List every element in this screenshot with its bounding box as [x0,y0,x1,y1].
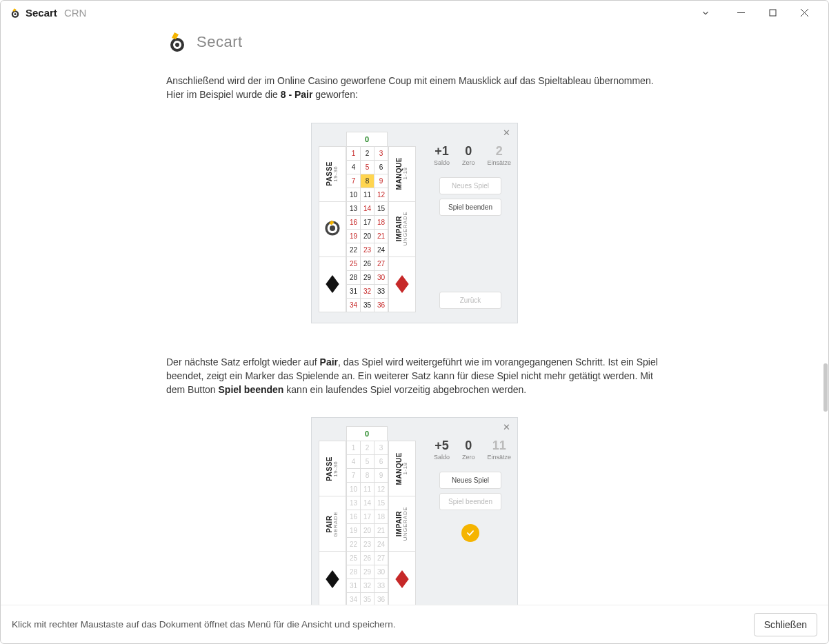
number-cell[interactable]: 8 [361,174,374,188]
number-cell[interactable]: 35 [361,299,374,312]
number-cell[interactable]: 31 [347,579,361,593]
end-game-button[interactable]: Spiel beenden [439,199,501,216]
number-cell[interactable]: 9 [374,469,388,483]
number-cell[interactable]: 29 [361,565,374,579]
number-cell[interactable]: 31 [347,285,361,299]
number-cell[interactable]: 25 [347,257,361,271]
side-label-passe[interactable]: PASSE19-36 [319,146,346,202]
side-label-impair[interactable]: IMPAIRUNGERADE [388,201,416,257]
number-cell[interactable]: 26 [361,257,374,271]
number-cell[interactable]: 15 [374,496,388,510]
noir-button[interactable] [319,256,346,312]
number-cell[interactable]: 35 [361,593,374,605]
number-cell[interactable]: 7 [347,174,361,188]
panel-close-icon[interactable]: ✕ [503,128,510,138]
number-cell[interactable]: 21 [374,524,388,538]
number-cell[interactable]: 5 [361,161,374,174]
number-cell[interactable]: 11 [361,188,374,202]
maximize-button[interactable] [757,1,788,26]
number-cell[interactable]: 20 [361,524,374,538]
number-cell[interactable]: 19 [347,230,361,243]
number-cell[interactable]: 18 [374,216,388,230]
number-cell[interactable]: 17 [361,216,374,230]
side-label-impair[interactable]: IMPAIRUNGERADE [388,496,416,552]
back-button[interactable]: Zurück [439,292,501,309]
number-cell[interactable]: 17 [361,510,374,524]
number-cell[interactable]: 36 [374,593,388,605]
dropdown-button[interactable] [692,1,719,26]
number-cell[interactable]: 33 [374,285,388,299]
number-cell[interactable]: 6 [374,161,388,174]
number-cell[interactable]: 3 [374,441,388,455]
number-cell[interactable]: 34 [347,593,361,605]
close-button[interactable] [788,1,820,26]
number-cell[interactable]: 21 [374,230,388,243]
noir-button[interactable] [319,551,346,605]
number-cell[interactable]: 32 [361,579,374,593]
number-cell[interactable]: 23 [361,243,374,257]
number-cell[interactable]: 28 [347,565,361,579]
number-cell[interactable]: 15 [374,202,388,216]
close-dialog-button[interactable]: Schließen [754,613,817,636]
number-cell[interactable]: 27 [374,552,388,565]
number-cell[interactable]: 34 [347,299,361,312]
number-cell[interactable]: 27 [374,257,388,271]
number-cell[interactable]: 30 [374,565,388,579]
number-cell[interactable]: 9 [374,174,388,188]
number-cell[interactable]: 3 [374,147,388,161]
side-label-manque[interactable]: MANQUE1-18 [388,146,416,202]
number-cell[interactable]: 2 [361,441,374,455]
number-cell[interactable]: 2 [361,147,374,161]
number-cell[interactable]: 32 [361,285,374,299]
number-cell[interactable]: 28 [347,271,361,285]
number-cell[interactable]: 5 [361,455,374,469]
end-game-button[interactable]: Spiel beenden [439,493,501,510]
panel-close-icon[interactable]: ✕ [503,422,510,432]
number-cell[interactable]: 10 [347,483,361,496]
number-cell[interactable]: 1 [347,147,361,161]
number-cell[interactable]: 18 [374,510,388,524]
number-cell[interactable]: 20 [361,230,374,243]
number-cell[interactable]: 24 [374,538,388,552]
new-game-button[interactable]: Neues Spiel [439,177,501,194]
number-cell[interactable]: 30 [374,271,388,285]
number-cell[interactable]: 14 [361,496,374,510]
side-label-pair[interactable]: PAIRGERADE [319,496,346,552]
number-cell[interactable]: 13 [347,496,361,510]
number-cell[interactable]: 4 [347,161,361,174]
number-cell[interactable]: 26 [361,552,374,565]
number-cell[interactable]: 10 [347,188,361,202]
number-cell[interactable]: 7 [347,469,361,483]
number-cell[interactable]: 13 [347,202,361,216]
number-cell[interactable]: 4 [347,455,361,469]
number-cell[interactable]: 19 [347,524,361,538]
rouge-button[interactable] [388,256,416,312]
number-cell[interactable]: 33 [374,579,388,593]
number-cell[interactable]: 22 [347,243,361,257]
number-cell[interactable]: 16 [347,510,361,524]
number-cell[interactable]: 25 [347,552,361,565]
rouge-button[interactable] [388,551,416,605]
number-cell[interactable]: 6 [374,455,388,469]
number-cell[interactable]: 23 [361,538,374,552]
scrollbar-thumb[interactable] [823,363,828,412]
number-cell[interactable]: 16 [347,216,361,230]
number-cell[interactable]: 12 [374,188,388,202]
number-cell[interactable]: 1 [347,441,361,455]
document-scroll[interactable]: Secart Anschließend wird der im Online C… [1,26,828,605]
side-label-manque[interactable]: MANQUE1-18 [388,441,416,496]
zero-cell[interactable]: 0 [346,132,388,147]
number-cell[interactable]: 24 [374,243,388,257]
minimize-button[interactable] [725,1,757,26]
tableau-panel: ✕ 0PASSE19-36123456789101112MANQUE1-1813… [311,123,518,323]
number-cell[interactable]: 36 [374,299,388,312]
side-label-passe[interactable]: PASSE19-36 [319,441,346,496]
number-cell[interactable]: 11 [361,483,374,496]
number-cell[interactable]: 12 [374,483,388,496]
number-cell[interactable]: 22 [347,538,361,552]
new-game-button[interactable]: Neues Spiel [439,472,501,489]
number-cell[interactable]: 14 [361,202,374,216]
zero-cell[interactable]: 0 [346,426,388,441]
number-cell[interactable]: 8 [361,469,374,483]
number-cell[interactable]: 29 [361,271,374,285]
